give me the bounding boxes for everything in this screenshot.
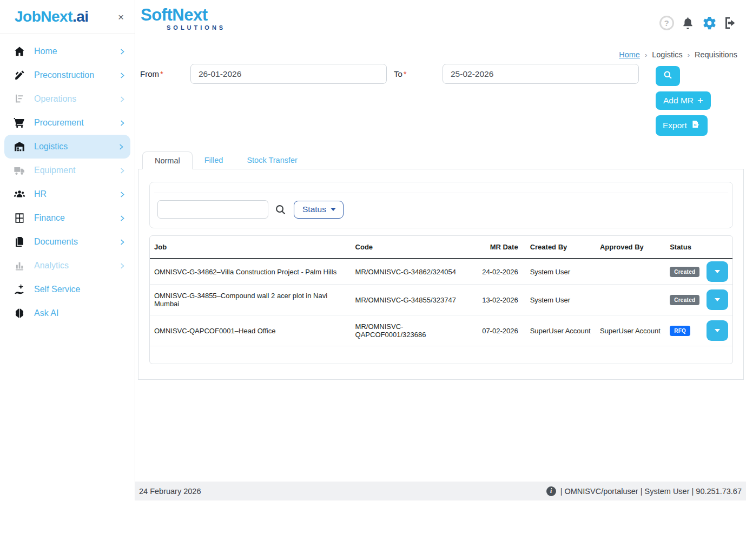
to-date-input[interactable] xyxy=(443,64,639,84)
settings-gear-icon[interactable] xyxy=(700,14,717,31)
breadcrumb: Home › Logistics › Requisitions xyxy=(135,50,746,60)
cell-approved-by xyxy=(596,285,665,315)
table-search-icon[interactable] xyxy=(274,203,287,216)
table-empty-row xyxy=(150,346,732,364)
sidebar-item-label: Logistics xyxy=(34,142,68,151)
tab-panel: Status Job Code MR Date Created By Appro… xyxy=(138,169,744,380)
sidebar-item-self-service[interactable]: Self Service xyxy=(0,278,135,301)
sidebar-item-analytics[interactable]: Analytics xyxy=(0,254,135,278)
sidebar-item-logistics[interactable]: Logistics xyxy=(4,135,130,159)
cell-job: OMNISVC-G-34862–Villa Construction Proje… xyxy=(150,259,351,285)
sidebar-nav: Home Preconstruction Operations Procurem… xyxy=(0,34,135,325)
tab-normal[interactable]: Normal xyxy=(142,151,193,169)
status-badge: Created xyxy=(670,267,699,277)
main-area: SoftNext SOLUTIONS Home › Logistics › xyxy=(135,0,746,500)
sidebar-item-label: Analytics xyxy=(34,261,69,271)
chevron-down-icon xyxy=(715,270,720,273)
sidebar-item-finance[interactable]: Finance xyxy=(0,206,135,230)
breadcrumb-separator: › xyxy=(688,51,690,59)
add-mr-label: Add MR xyxy=(663,96,694,106)
sidebar-item-preconstruction[interactable]: Preconstruction xyxy=(0,63,135,87)
sidebar-item-operations[interactable]: Operations xyxy=(0,87,135,111)
export-button[interactable]: Export xyxy=(656,115,708,136)
card-header-divider xyxy=(154,182,728,193)
list-toolbar-card: Status xyxy=(149,182,733,228)
sidebar-item-label: Self Service xyxy=(34,285,80,294)
chevron-right-icon xyxy=(118,238,126,246)
info-icon xyxy=(546,486,556,496)
topbar-actions xyxy=(658,6,738,38)
row-actions-dropdown[interactable] xyxy=(707,261,728,282)
sidebar-item-procurement[interactable]: Procurement xyxy=(0,111,135,135)
column-header-job: Job xyxy=(150,236,351,259)
cell-approved-by: SuperUser Account xyxy=(596,315,665,346)
sidebar-item-ask-ai[interactable]: Ask AI xyxy=(0,301,135,325)
sidebar: JobNext.ai × Home Preconstruction Operat… xyxy=(0,0,135,500)
jobnext-logo: JobNext.ai xyxy=(15,8,89,25)
analytics-icon xyxy=(13,260,25,272)
logo-suffix-text: .ai xyxy=(72,8,89,25)
chevron-right-icon xyxy=(118,262,126,270)
cell-mr-date: 13-02-2026 xyxy=(476,285,526,315)
requisitions-table: Job Code MR Date Created By Approved By … xyxy=(149,235,733,364)
notifications-bell-icon[interactable] xyxy=(679,14,696,31)
chevron-down-icon xyxy=(715,329,720,332)
cell-job: OMNISVC-QAPCOF0001–Head Office xyxy=(150,315,351,346)
breadcrumb-home-link[interactable]: Home xyxy=(619,50,640,59)
topbar: SoftNext SOLUTIONS xyxy=(135,0,746,38)
breadcrumb-logistics: Logistics xyxy=(652,50,682,59)
required-marker: * xyxy=(404,69,407,78)
add-mr-button[interactable]: Add MR + xyxy=(656,91,711,110)
table-row: OMNISVC-G-34855–Compound wall 2 acer plo… xyxy=(150,285,732,315)
column-header-status: Status xyxy=(665,236,706,259)
tab-stock-transfer[interactable]: Stock Transfer xyxy=(235,151,309,169)
cell-code: MR/OMNISVC-G-34855/323747 xyxy=(351,285,477,315)
column-header-created-by: Created By xyxy=(526,236,596,259)
chevron-right-icon xyxy=(118,119,126,127)
row-actions-dropdown[interactable] xyxy=(707,320,728,341)
cell-code: MR/OMNISVC-QAPCOF0001/323686 xyxy=(351,315,477,346)
table-header: Job Code MR Date Created By Approved By … xyxy=(150,236,732,259)
softnext-logo: SoftNext SOLUTIONS xyxy=(141,6,226,38)
documents-icon xyxy=(13,236,25,248)
status-filter-dropdown[interactable]: Status xyxy=(294,201,344,219)
row-actions-dropdown[interactable] xyxy=(707,289,728,310)
footer-date: 24 February 2026 xyxy=(139,487,201,496)
footer-session: | OMNISVC/portaluser | System User | 90.… xyxy=(546,486,742,496)
export-label: Export xyxy=(663,121,687,130)
preconstruction-icon xyxy=(13,69,25,82)
footer: 24 February 2026 | OMNISVC/portaluser | … xyxy=(135,482,746,500)
sidebar-item-home[interactable]: Home xyxy=(0,39,135,63)
sidebar-item-label: Procurement xyxy=(34,118,84,128)
breadcrumb-separator: › xyxy=(645,51,647,59)
sidebar-close-icon[interactable]: × xyxy=(118,12,124,22)
footer-session-text: | OMNISVC/portaluser | System User | 90.… xyxy=(560,487,742,496)
to-label: To* xyxy=(394,69,443,78)
column-header-approved-by: Approved By xyxy=(596,236,665,259)
table-search-input[interactable] xyxy=(157,200,268,219)
chevron-right-icon xyxy=(118,71,126,80)
equipment-icon xyxy=(13,164,25,177)
from-date-input[interactable] xyxy=(190,64,387,84)
required-marker: * xyxy=(160,69,163,78)
search-icon xyxy=(663,70,673,82)
sidebar-item-label: Home xyxy=(34,47,57,56)
logout-icon[interactable] xyxy=(721,14,738,31)
sidebar-item-hr[interactable]: HR xyxy=(0,182,135,206)
table-row: OMNISVC-G-34862–Villa Construction Proje… xyxy=(150,259,732,285)
sidebar-item-equipment[interactable]: Equipment xyxy=(0,159,135,182)
sidebar-item-documents[interactable]: Documents xyxy=(0,230,135,254)
search-button[interactable] xyxy=(656,66,680,86)
status-badge: Created xyxy=(670,295,699,305)
logistics-icon xyxy=(13,141,25,153)
chevron-right-icon xyxy=(117,143,125,151)
sidebar-item-label: HR xyxy=(34,189,47,199)
tab-filled[interactable]: Filled xyxy=(193,151,235,169)
operations-icon xyxy=(13,93,25,106)
chevron-right-icon xyxy=(118,190,126,199)
chevron-down-icon xyxy=(715,298,720,301)
help-icon[interactable] xyxy=(658,14,675,31)
cell-job: OMNISVC-G-34855–Compound wall 2 acer plo… xyxy=(150,285,351,315)
finance-icon xyxy=(13,212,25,225)
sidebar-item-label: Equipment xyxy=(34,166,76,175)
